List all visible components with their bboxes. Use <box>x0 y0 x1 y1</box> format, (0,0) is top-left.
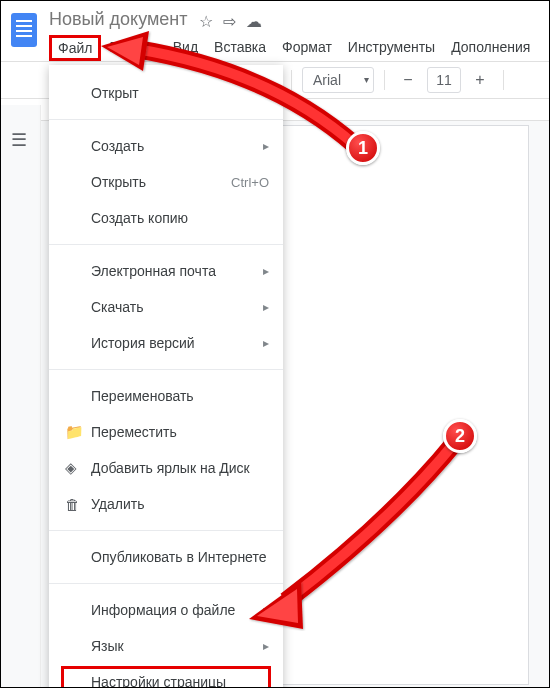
menu-item-version-history[interactable]: История версий▸ <box>49 325 283 361</box>
menu-item-open[interactable]: ОткрытьCtrl+O <box>49 164 283 200</box>
menu-bar: Файл Правка Вид Вставка Формат Инструмен… <box>49 35 539 61</box>
chevron-right-icon: ▸ <box>263 300 269 314</box>
font-size-decrease[interactable]: − <box>395 67 421 93</box>
menu-insert[interactable]: Вставка <box>206 35 274 61</box>
shortcut-label: Ctrl+O <box>231 175 269 190</box>
menu-item-make-copy[interactable]: Создать копию <box>49 200 283 236</box>
cloud-icon[interactable]: ☁ <box>246 12 262 31</box>
menu-item-language[interactable]: Язык▸ <box>49 628 283 664</box>
document-title[interactable]: Новый документ <box>49 9 188 30</box>
menu-item-email[interactable]: Электронная почта▸ <box>49 253 283 289</box>
chevron-right-icon: ▸ <box>263 264 269 278</box>
menu-edit[interactable]: Правка <box>101 35 164 61</box>
folder-move-icon: 📁 <box>65 423 91 441</box>
menu-view[interactable]: Вид <box>165 35 206 61</box>
font-family-select[interactable]: Arial <box>302 67 374 93</box>
menu-item-open-truncated[interactable]: Открыт <box>49 75 283 111</box>
menu-item-page-setup[interactable]: Настройки страницы <box>49 664 283 688</box>
move-icon[interactable]: ⇨ <box>223 12 236 31</box>
menu-tools[interactable]: Инструменты <box>340 35 443 61</box>
menu-item-document-details[interactable]: Информация о файле▸ <box>49 592 283 628</box>
menu-item-publish[interactable]: Опубликовать в Интернете <box>49 539 283 575</box>
menu-item-move[interactable]: 📁Переместить <box>49 414 283 450</box>
font-size-input[interactable]: 11 <box>427 67 461 93</box>
outline-icon[interactable]: ☰ <box>11 129 30 151</box>
menu-item-create[interactable]: Создать▸ <box>49 128 283 164</box>
menu-item-rename[interactable]: Переименовать <box>49 378 283 414</box>
menu-item-download[interactable]: Скачать▸ <box>49 289 283 325</box>
docs-logo[interactable] <box>11 13 37 47</box>
chevron-right-icon: ▸ <box>263 603 269 617</box>
font-size-increase[interactable]: + <box>467 67 493 93</box>
annotation-badge-1: 1 <box>346 131 380 165</box>
menu-addons[interactable]: Дополнения <box>443 35 538 61</box>
trash-icon: 🗑 <box>65 496 91 513</box>
drive-icon: ◈ <box>65 459 91 477</box>
menu-file[interactable]: Файл <box>49 35 101 61</box>
chevron-right-icon: ▸ <box>263 639 269 653</box>
chevron-right-icon: ▸ <box>263 139 269 153</box>
annotation-badge-2: 2 <box>443 419 477 453</box>
file-menu-dropdown: Открыт Создать▸ ОткрытьCtrl+O Создать ко… <box>49 65 283 688</box>
star-icon[interactable]: ☆ <box>199 12 213 31</box>
menu-item-add-shortcut-drive[interactable]: ◈Добавить ярлык на Диск <box>49 450 283 486</box>
chevron-right-icon: ▸ <box>263 336 269 350</box>
menu-item-delete[interactable]: 🗑Удалить <box>49 486 283 522</box>
menu-format[interactable]: Формат <box>274 35 340 61</box>
